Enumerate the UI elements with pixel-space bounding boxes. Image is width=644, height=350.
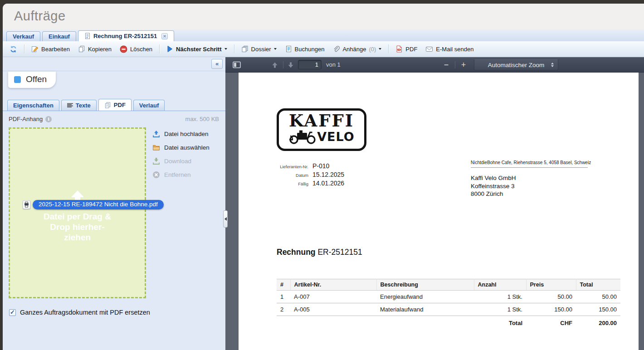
zoom-in-button[interactable]: +	[458, 59, 469, 71]
zoom-mode-select[interactable]: Automatischer Zoom	[474, 59, 558, 70]
pdf-scroll-area[interactable]: KAFFI VELO Lieferanten-Nr. P-010 Datum	[225, 73, 644, 350]
pencil-icon	[31, 45, 39, 53]
remove-button[interactable]: Entfernen	[152, 170, 224, 180]
zoom-mode-label: Automatischer Zoom	[488, 62, 545, 68]
close-icon[interactable]: ✕	[161, 33, 168, 39]
select-file-button[interactable]: Datei auswählen	[152, 142, 224, 153]
tab-texte[interactable]: Texte	[61, 100, 97, 111]
checkbox-checked[interactable]	[9, 309, 16, 316]
text-lines-icon	[67, 103, 73, 108]
table-row: 1 A-007 Energieaufwand 1 Stk. 50.00 50.0…	[277, 291, 620, 303]
content-area: « Offen Eigenschaften Texte PDF	[3, 57, 644, 350]
checkbox-label: Ganzes Auftragsdokument mit PDF ersetzen	[20, 309, 150, 316]
file-dropzone[interactable]: Datei per Drag & Drop hierher- ziehen	[9, 127, 146, 298]
tab-verlauf[interactable]: Verlauf	[133, 100, 165, 111]
sidebar-toggle-icon	[233, 61, 241, 68]
tab-einkauf[interactable]: Einkauf	[42, 31, 76, 41]
document-icon	[104, 102, 111, 109]
tab-verkauf[interactable]: Verkauf	[6, 31, 40, 41]
page-number-input[interactable]	[298, 60, 322, 69]
info-icon[interactable]: i	[45, 116, 52, 122]
recipient-address: Kaffi Velo GmbH Koffeinstrasse 3 8000 Zü…	[471, 174, 516, 198]
logo-text-kaffi: KAFFI	[279, 112, 364, 129]
arrow-up-icon	[271, 62, 278, 68]
invoice-meta: Lieferanten-Nr. P-010 Datum 15.12.2025 F…	[277, 162, 344, 188]
upload-label: Datei hochladen	[164, 131, 209, 137]
tab-label: Verkauf	[13, 33, 34, 40]
copy-label: Kopieren	[88, 46, 112, 53]
meta-row: Datum 15.12.2025	[277, 171, 344, 178]
property-tabs: Eigenschaften Texte PDF Verlauf	[7, 99, 225, 111]
app-window: Aufträge Verkauf Einkauf Rechnung ER-251…	[3, 4, 644, 350]
total-currency: CHF	[526, 316, 576, 331]
paperclip-icon	[332, 45, 340, 53]
tab-label: Verlauf	[139, 102, 159, 109]
copy-button[interactable]: Kopieren	[75, 44, 115, 54]
folder-icon	[152, 144, 160, 151]
pdf-viewer: von 1 − + Automatischer Zoom KAFFI VELO	[225, 57, 644, 350]
refresh-button[interactable]	[6, 44, 20, 54]
attachments-button[interactable]: Anhänge (0)	[329, 44, 385, 54]
pdf-attachment-header: PDF-Anhang i max. 500 KB	[9, 116, 219, 122]
toolbar-separator	[388, 44, 389, 53]
dragged-file[interactable]: 2025-12-15 RE-189472 Nicht die Bohne.pdf	[23, 200, 164, 209]
cargo-bike-icon	[288, 128, 317, 144]
pdf-icon	[395, 45, 403, 53]
page-title: Aufträge	[3, 4, 644, 24]
tab-label: Rechnung ER-2512151	[93, 33, 157, 39]
toolbar-separator	[159, 44, 160, 53]
max-size-label: max. 500 KB	[185, 116, 219, 122]
dossier-button[interactable]: Dossier	[238, 44, 280, 54]
tab-rechnung-active[interactable]: Rechnung ER-2512151 ✕	[78, 30, 174, 41]
delete-button[interactable]: Löschen	[117, 44, 156, 54]
copy-icon	[78, 45, 85, 53]
total-amount: 200.00	[576, 316, 620, 331]
company-logo: KAFFI VELO	[277, 108, 366, 151]
invoice-title: Rechnung ER-2512151	[277, 248, 362, 257]
tab-label: Eigenschaften	[13, 102, 54, 109]
panel-splitter[interactable]	[223, 210, 228, 228]
sidebar-toggle-button[interactable]	[231, 59, 243, 71]
download-icon	[152, 157, 160, 165]
download-label: Download	[164, 158, 191, 165]
dossier-label: Dossier	[251, 46, 271, 53]
table-total-row: Total CHF 200.00	[277, 316, 620, 331]
chevron-down-icon	[224, 48, 227, 50]
invoice-table: # Artikel-Nr. Beschreibung Anzahl Preis …	[277, 279, 620, 330]
file-icon	[23, 200, 30, 209]
edit-label: Bearbeiten	[41, 46, 70, 53]
upload-file-button[interactable]: Datei hochladen	[152, 129, 224, 139]
tab-pdf[interactable]: PDF	[98, 99, 132, 111]
app-header: Aufträge	[3, 4, 644, 29]
chevron-down-icon	[274, 48, 277, 50]
select-file-label: Datei auswählen	[164, 144, 210, 151]
pdf-button[interactable]: PDF	[392, 44, 420, 54]
status-label: Offen	[26, 74, 47, 84]
page-down-button[interactable]	[285, 59, 297, 71]
page-up-button[interactable]	[269, 59, 281, 71]
dragged-file-name: 2025-12-15 RE-189472 Nicht die Bohne.pdf	[33, 200, 164, 209]
arrow-down-icon	[287, 62, 294, 68]
receipt-icon	[84, 33, 91, 40]
pdf-attachment-label: PDF-Anhang	[9, 116, 43, 122]
next-step-button[interactable]: Nächster Schritt	[163, 44, 230, 54]
select-stepper-icon	[551, 63, 554, 67]
status-badge: Offen	[8, 72, 56, 88]
tab-label: PDF	[114, 102, 126, 108]
bookings-button[interactable]: Buchungen	[282, 44, 328, 54]
tab-eigenschaften[interactable]: Eigenschaften	[7, 100, 59, 111]
collapse-left-icon	[224, 217, 227, 221]
remove-label: Entfernen	[164, 171, 191, 178]
tabs-underline	[3, 111, 225, 111]
zoom-out-button[interactable]: −	[440, 59, 452, 71]
next-step-label: Nächster Schritt	[176, 46, 221, 53]
edit-button[interactable]: Bearbeiten	[28, 44, 73, 54]
panel-top-strip: «	[3, 57, 225, 71]
meta-row: Lieferanten-Nr. P-010	[277, 162, 344, 170]
send-email-button[interactable]: E-Mail senden	[422, 44, 477, 54]
download-button[interactable]: Download	[152, 156, 224, 166]
replace-document-option[interactable]: Ganzes Auftragsdokument mit PDF ersetzen	[9, 309, 150, 316]
bookings-label: Buchungen	[295, 46, 325, 53]
upload-icon	[152, 130, 160, 138]
collapse-panel-button[interactable]: «	[211, 59, 223, 69]
